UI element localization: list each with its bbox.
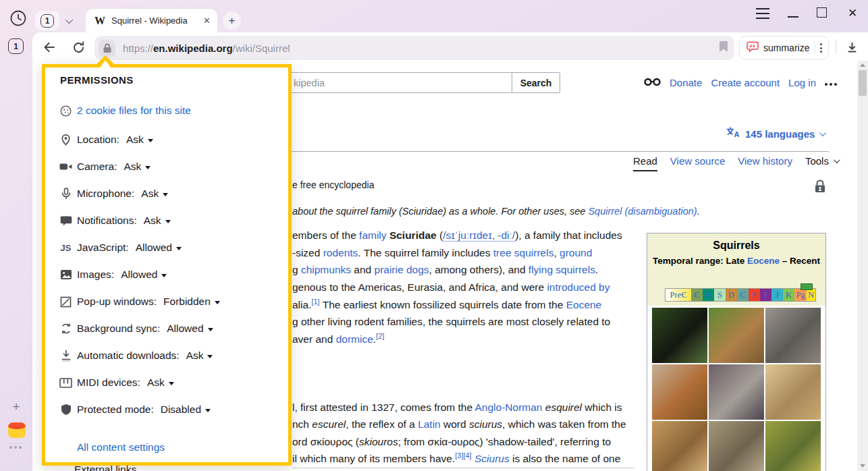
page-scrollbar[interactable] <box>857 61 868 471</box>
history-clock-button[interactable] <box>9 10 28 29</box>
tab-view-history[interactable]: View history <box>738 155 792 167</box>
timeline-period-N[interactable]: N <box>807 289 815 301</box>
back-button[interactable] <box>40 38 58 56</box>
timeline-period-D[interactable]: D <box>726 289 737 301</box>
prairie-dogs-photo[interactable] <box>765 421 821 471</box>
scroll-up-icon[interactable] <box>860 63 865 67</box>
reload-button[interactable] <box>70 38 87 56</box>
tab-group-dropdown[interactable] <box>59 11 77 30</box>
timeline-period-P[interactable]: P <box>749 289 760 301</box>
scrollbar-thumb[interactable] <box>859 70 867 96</box>
window-menu-icon[interactable] <box>756 8 769 19</box>
inline-link[interactable]: ground <box>560 247 592 258</box>
new-tab-button[interactable]: + <box>223 11 241 30</box>
languages-selector[interactable]: A 145 languages <box>726 127 824 141</box>
wiki-search-input[interactable]: kipedia <box>283 72 512 93</box>
inline-link[interactable]: Eocene <box>747 256 780 266</box>
tab-tools[interactable]: Tools <box>805 155 838 167</box>
tab-group-count: 1 <box>40 14 54 28</box>
timeline-period-Є[interactable]: Є <box>691 289 703 301</box>
user-menu-dots-icon[interactable] <box>825 79 837 86</box>
create-account-link[interactable]: Create account <box>711 77 780 88</box>
timeline-period-T[interactable]: T <box>760 289 771 301</box>
permission-value-dropdown[interactable]: Ask <box>144 215 171 227</box>
ground-squirrel-photo[interactable] <box>709 364 764 420</box>
tab-read[interactable]: Read <box>633 155 657 171</box>
tab-group-control[interactable]: 1 <box>35 11 77 30</box>
permission-value-dropdown[interactable]: Ask <box>141 188 168 200</box>
downloads-toolbar-button[interactable] <box>843 38 861 56</box>
permission-value-dropdown[interactable]: Ask <box>147 377 174 389</box>
permission-label: Background sync: <box>77 323 160 335</box>
inline-link[interactable]: flying squirrels <box>528 264 595 275</box>
timeline-period-PreЄ[interactable]: PreЄ <box>666 289 691 301</box>
window-minimize-button[interactable] <box>788 16 798 18</box>
timeline-period-K[interactable]: K <box>783 289 794 301</box>
timeline-period-C[interactable]: C <box>737 289 749 301</box>
permission-value-dropdown[interactable]: Allowed <box>121 269 167 281</box>
inline-link[interactable]: [1] <box>311 299 319 306</box>
inline-link[interactable]: [3][4] <box>455 453 471 460</box>
inline-link[interactable]: Eocene <box>566 299 602 310</box>
window-close-button[interactable]: ✕ <box>846 6 859 20</box>
permission-value-dropdown[interactable]: Allowed <box>167 323 213 335</box>
marmots-photo[interactable] <box>709 421 764 471</box>
permission-value-dropdown[interactable]: Ask <box>186 350 213 362</box>
inline-link[interactable]: family <box>359 229 386 241</box>
sidebar-tab-counter[interactable]: 1 <box>8 38 24 54</box>
inline-link[interactable]: dormice <box>336 333 373 345</box>
summarize-button[interactable]: summarize <box>739 36 829 60</box>
timeline-period-S[interactable]: S <box>714 289 726 301</box>
address-bar[interactable]: https://en.wikipedia.org/wiki/Squirrel <box>94 36 734 60</box>
inline-link[interactable]: Squirrel (disambiguation) <box>588 206 697 217</box>
inline-link[interactable]: rodents <box>323 247 358 258</box>
inline-link[interactable]: /sɪˈjuːrɪdeɪ, -diː/ <box>443 229 515 242</box>
inline-link[interactable]: Latin <box>418 418 441 430</box>
timeline-period-J[interactable]: J <box>771 289 783 301</box>
inline-link[interactable]: introduced by <box>547 281 609 293</box>
black-giant-squirrel-photo[interactable] <box>652 308 707 363</box>
window-maximize-button[interactable] <box>817 7 827 18</box>
chipmunk-photo[interactable] <box>709 308 764 363</box>
login-link[interactable]: Log in <box>788 77 816 88</box>
permission-label: MIDI devices: <box>77 377 140 389</box>
page-protection-lock-icon[interactable] <box>814 179 826 196</box>
fox-squirrel-photo[interactable] <box>652 364 707 420</box>
all-content-settings-link[interactable]: All content settings <box>77 441 165 453</box>
summarize-more-icon[interactable] <box>820 43 822 53</box>
permission-row-images: Images:Allowed <box>45 267 288 283</box>
dropdown-caret-icon <box>163 193 168 196</box>
scroll-down-icon[interactable] <box>860 464 865 468</box>
golden-squirrel-photo[interactable] <box>765 364 821 420</box>
sidebar-add-button[interactable]: + <box>9 400 23 414</box>
dropdown-caret-icon <box>215 301 220 304</box>
bookmark-flag-icon[interactable] <box>720 41 728 55</box>
wiki-search-button[interactable]: Search <box>512 72 560 93</box>
inline-link[interactable]: Anglo-Norman <box>475 401 543 413</box>
inline-link[interactable]: prairie dogs <box>375 264 429 275</box>
timeline-period-Pg[interactable]: Pg <box>794 289 807 301</box>
tab-group-badge[interactable]: 1 <box>35 11 59 30</box>
permission-value-dropdown[interactable]: Allowed <box>136 242 182 254</box>
yandex-mail-icon[interactable] <box>8 422 26 438</box>
inline-link[interactable]: tree squirrels <box>493 247 554 258</box>
standing-squirrels-photo[interactable] <box>652 421 707 471</box>
tab-close-icon[interactable]: ✕ <box>198 16 211 26</box>
permission-row-javascript: JSJavaScript:Allowed <box>45 240 288 256</box>
donate-link[interactable]: Donate <box>670 77 702 88</box>
permission-value-dropdown[interactable]: Ask <box>126 134 153 146</box>
site-lock-icon[interactable] <box>99 40 115 57</box>
tab-view-source[interactable]: View source <box>670 155 725 167</box>
timeline-period-O[interactable]: O <box>703 289 714 301</box>
cookie-files-link[interactable]: 2 cookie files for this site <box>77 105 191 117</box>
appearance-glasses-icon[interactable] <box>644 77 661 88</box>
sidebar-more-icon[interactable] <box>9 446 22 449</box>
inline-link[interactable]: chipmunks <box>301 264 351 275</box>
permission-value-dropdown[interactable]: Ask <box>124 161 151 173</box>
permission-value-dropdown[interactable]: Forbidden <box>163 296 220 308</box>
inline-link[interactable]: [2] <box>376 333 384 340</box>
browser-tab[interactable]: W Squirrel - Wikipedia ✕ <box>86 9 217 32</box>
permission-value-dropdown[interactable]: Disabled <box>161 404 211 416</box>
inline-link[interactable]: Sciurus <box>474 453 510 464</box>
gray-squirrel-photo[interactable] <box>765 308 821 363</box>
